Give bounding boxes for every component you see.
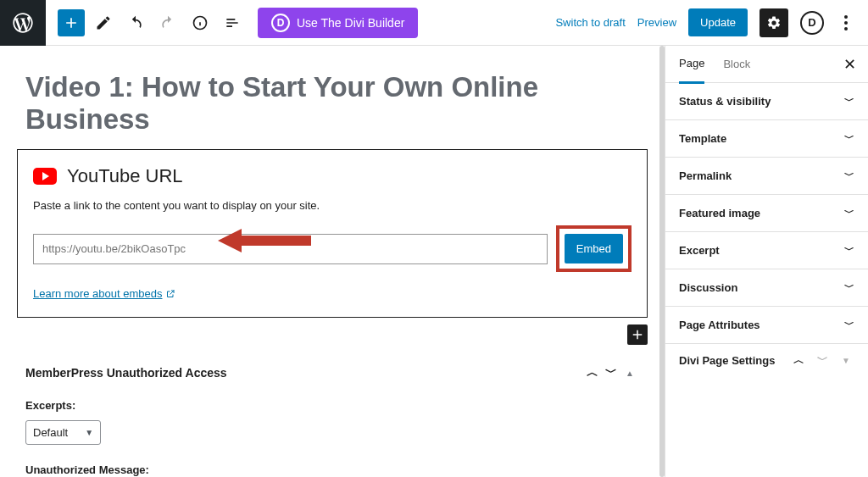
- panel-permalink[interactable]: Permalink﹀: [665, 158, 868, 195]
- chevron-down-icon: ﹀: [844, 131, 854, 146]
- learn-more-link[interactable]: Learn more about embeds: [33, 287, 175, 300]
- wordpress-logo[interactable]: [0, 0, 46, 46]
- undo-button[interactable]: [122, 9, 149, 36]
- switch-draft-button[interactable]: Switch to draft: [555, 16, 625, 29]
- append-block-button[interactable]: [627, 324, 648, 345]
- chevron-down-icon: ﹀: [844, 280, 854, 295]
- divi-settings-button[interactable]: D: [800, 11, 824, 35]
- panel-excerpt[interactable]: Excerpt﹀: [665, 232, 868, 269]
- collapse-icon[interactable]: ▼: [837, 356, 854, 365]
- learn-more-label: Learn more about embeds: [33, 287, 162, 300]
- main: Video 1: How to Start Your Own Online Bu…: [0, 46, 868, 477]
- more-menu-button[interactable]: [836, 15, 856, 31]
- redo-icon: [159, 14, 176, 31]
- gear-icon: [766, 15, 782, 31]
- panel-template[interactable]: Template﹀: [665, 120, 868, 158]
- chevron-down-icon[interactable]: ﹀: [814, 352, 831, 368]
- settings-sidebar: Page Block ✕ Status & visibility﹀ Templa…: [665, 46, 868, 477]
- annotation-arrow-icon: [218, 227, 311, 254]
- chevron-down-icon: ﹀: [844, 243, 854, 258]
- panel-divi-settings[interactable]: Divi Page Settings ︿ ﹀ ▼: [665, 344, 868, 376]
- embed-header: YouTube URL: [33, 165, 632, 187]
- list-icon: [224, 14, 241, 31]
- toolbar-left: D Use The Divi Builder: [46, 8, 430, 38]
- embed-description: Paste a link to the content you want to …: [33, 199, 632, 212]
- wordpress-icon: [11, 11, 35, 35]
- unauth-label: Unauthorized Message:: [25, 463, 639, 476]
- external-link-icon: [165, 289, 175, 299]
- panel-page-attributes[interactable]: Page Attributes﹀: [665, 307, 868, 344]
- page-title[interactable]: Video 1: How to Start Your Own Online Bu…: [25, 71, 639, 136]
- metabox-header[interactable]: MemberPress Unauthorized Access ︿ ﹀ ▲: [25, 355, 639, 391]
- plus-icon: [630, 327, 645, 342]
- divi-builder-button[interactable]: D Use The Divi Builder: [258, 8, 418, 38]
- update-button[interactable]: Update: [688, 8, 748, 36]
- add-block-button[interactable]: [58, 9, 85, 36]
- tab-block[interactable]: Block: [723, 46, 750, 82]
- excerpts-label: Excerpts:: [25, 399, 639, 412]
- chevron-down-icon: ﹀: [844, 94, 854, 108]
- plus-icon: [63, 14, 80, 31]
- sidebar-tabs: Page Block ✕: [665, 46, 868, 83]
- redo-button[interactable]: [154, 9, 181, 36]
- embed-title: YouTube URL: [67, 165, 183, 187]
- scrollbar[interactable]: [659, 46, 665, 477]
- panel-discussion[interactable]: Discussion﹀: [665, 269, 868, 307]
- pencil-icon: [95, 14, 112, 31]
- svg-marker-3: [218, 229, 311, 252]
- undo-icon: [127, 14, 144, 31]
- embed-block-wrapper: YouTube URL Paste a link to the content …: [17, 149, 648, 318]
- divi-logo-icon: D: [271, 14, 290, 32]
- memberpress-metabox: MemberPress Unauthorized Access ︿ ﹀ ▲ Ex…: [17, 355, 648, 477]
- tab-page[interactable]: Page: [679, 46, 704, 84]
- edit-mode-button[interactable]: [90, 9, 117, 36]
- embed-input-row: Embed: [33, 225, 632, 272]
- chevron-down-icon: ▼: [85, 428, 93, 437]
- editor: Video 1: How to Start Your Own Online Bu…: [0, 46, 665, 477]
- excerpts-select[interactable]: Default ▼: [25, 420, 101, 445]
- excerpts-value: Default: [33, 426, 68, 439]
- collapse-icon[interactable]: ▲: [620, 369, 639, 378]
- chevron-down-icon: ﹀: [844, 169, 854, 183]
- preview-button[interactable]: Preview: [637, 16, 676, 29]
- youtube-embed-block[interactable]: YouTube URL Paste a link to the content …: [17, 149, 648, 318]
- chevron-down-icon: ﹀: [844, 318, 854, 332]
- settings-button[interactable]: [760, 8, 788, 37]
- panel-featured-image[interactable]: Featured image﹀: [665, 195, 868, 232]
- close-sidebar-button[interactable]: ✕: [843, 55, 856, 74]
- panel-status-visibility[interactable]: Status & visibility﹀: [665, 83, 868, 120]
- move-down-icon[interactable]: ﹀: [602, 365, 620, 380]
- embed-button[interactable]: Embed: [565, 234, 623, 263]
- chevron-down-icon: ﹀: [844, 206, 854, 220]
- info-button[interactable]: [186, 9, 214, 36]
- chevron-up-icon[interactable]: ︿: [790, 352, 807, 368]
- move-up-icon[interactable]: ︿: [583, 365, 602, 380]
- divi-builder-label: Use The Divi Builder: [297, 16, 404, 30]
- topbar: D Use The Divi Builder Switch to draft P…: [0, 0, 868, 46]
- outline-button[interactable]: [219, 9, 246, 36]
- toolbar-right: Switch to draft Preview Update D: [555, 8, 868, 37]
- metabox-title: MemberPress Unauthorized Access: [25, 366, 227, 380]
- youtube-icon: [33, 168, 57, 185]
- info-icon: [192, 14, 209, 31]
- annotation-highlight: Embed: [556, 225, 632, 272]
